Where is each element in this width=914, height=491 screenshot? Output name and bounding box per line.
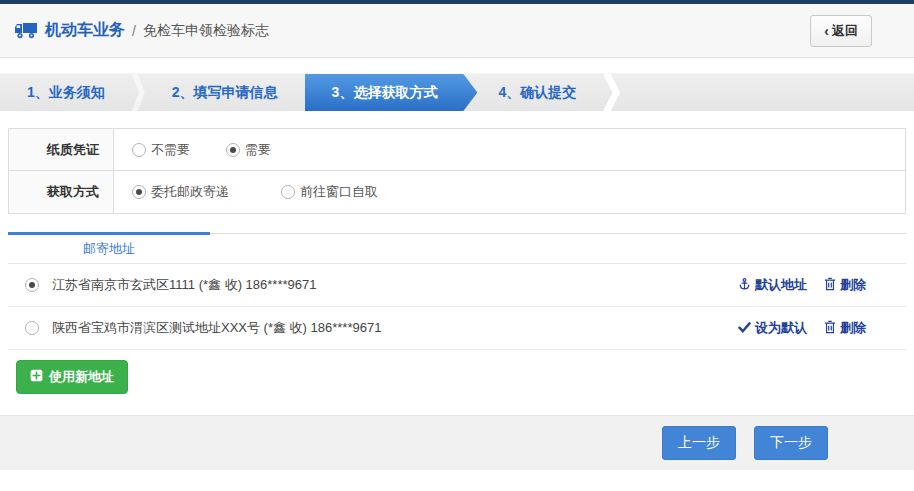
form-options: 委托邮政寄递 前往窗口自取 xyxy=(114,171,905,213)
breadcrumb: 机动车业务 / 免检车申领检验标志 xyxy=(14,20,269,41)
radio-needed[interactable]: 需要 xyxy=(226,141,271,159)
use-new-address-button[interactable]: 使用新地址 xyxy=(16,360,128,394)
page-title: 机动车业务 xyxy=(45,20,125,41)
back-button[interactable]: ‹ 返回 xyxy=(810,15,872,47)
radio-postal-delivery[interactable]: 委托邮政寄递 xyxy=(132,183,229,201)
form-row-delivery-method: 获取方式 委托邮政寄递 前往窗口自取 xyxy=(9,171,905,213)
address-actions: 默认地址 删除 xyxy=(738,276,866,294)
trash-icon xyxy=(824,277,836,294)
delete-address-link[interactable]: 删除 xyxy=(824,319,866,337)
step-4-confirm-submit[interactable]: 4、确认提交 xyxy=(471,74,603,111)
active-tab-indicator xyxy=(8,232,210,235)
radio-window-pickup[interactable]: 前往窗口自取 xyxy=(281,183,378,201)
address-panel: 邮寄地址 江苏省南京市玄武区1111 (*鑫 收) 186****9671 默认… xyxy=(8,233,906,412)
action-label: 设为默认 xyxy=(755,319,807,337)
radio-icon xyxy=(132,185,146,199)
address-row-1: 江苏省南京市玄武区1111 (*鑫 收) 186****9671 默认地址 xyxy=(8,264,906,307)
step-1-notice[interactable]: 1、业务须知 xyxy=(0,74,132,111)
step-separator-icon xyxy=(132,74,145,111)
radio-icon xyxy=(226,143,240,157)
radio-icon xyxy=(281,185,295,199)
address-radio-selected[interactable] xyxy=(25,278,39,292)
options-form: 纸质凭证 不需要 需要 获取方式 委托邮政寄递 xyxy=(8,128,906,214)
step-label: 1、业务须知 xyxy=(27,84,105,102)
address-row-2: 陕西省宝鸡市渭滨区测试地址XXX号 (*鑫 收) 186****9671 设为默… xyxy=(8,307,906,350)
form-label: 获取方式 xyxy=(9,171,114,213)
address-text: 江苏省南京市玄武区1111 (*鑫 收) 186****9671 xyxy=(52,276,316,294)
breadcrumb-current: 免检车申领检验标志 xyxy=(143,22,269,40)
form-options: 不需要 需要 xyxy=(114,129,905,170)
step-label: 2、填写申请信息 xyxy=(172,84,278,102)
prev-step-button[interactable]: 上一步 xyxy=(662,426,736,460)
radio-icon xyxy=(132,143,146,157)
next-step-button[interactable]: 下一步 xyxy=(754,426,828,460)
button-label: 使用新地址 xyxy=(49,368,114,386)
radio-label: 不需要 xyxy=(151,141,190,159)
tab-bar: 邮寄地址 xyxy=(8,234,906,264)
action-label: 默认地址 xyxy=(755,276,807,294)
trash-icon xyxy=(824,320,836,337)
action-label: 删除 xyxy=(840,319,866,337)
address-text: 陕西省宝鸡市渭滨区测试地址XXX号 (*鑫 收) 186****9671 xyxy=(52,319,381,337)
plus-square-icon xyxy=(30,369,43,385)
page: 机动车业务 / 免检车申领检验标志 ‹ 返回 1、业务须知 2、填写申请信息 3… xyxy=(0,0,914,491)
address-actions: 设为默认 删除 xyxy=(738,319,866,337)
form-label: 纸质凭证 xyxy=(9,129,114,170)
radio-label: 需要 xyxy=(245,141,271,159)
check-icon xyxy=(738,321,751,336)
page-header: 机动车业务 / 免检车申领检验标志 ‹ 返回 xyxy=(0,4,914,58)
default-address-link[interactable]: 默认地址 xyxy=(738,276,807,294)
delete-address-link[interactable]: 删除 xyxy=(824,276,866,294)
breadcrumb-separator: / xyxy=(132,23,136,39)
step-nav: 1、业务须知 2、填写申请信息 3、选择获取方式 4、确认提交 xyxy=(0,73,914,111)
set-default-link[interactable]: 设为默认 xyxy=(738,319,807,337)
radio-label: 前往窗口自取 xyxy=(300,183,378,201)
chevron-left-icon: ‹ xyxy=(824,24,829,38)
radio-not-needed[interactable]: 不需要 xyxy=(132,141,190,159)
truck-icon xyxy=(14,22,38,39)
step-arrow-icon xyxy=(603,74,620,111)
new-address-area: 使用新地址 xyxy=(8,350,906,412)
footer-bar: 上一步 下一步 xyxy=(0,415,914,470)
step-label: 4、确认提交 xyxy=(498,84,576,102)
form-row-paper-voucher: 纸质凭证 不需要 需要 xyxy=(9,129,905,171)
action-label: 删除 xyxy=(840,276,866,294)
back-button-label: 返回 xyxy=(832,22,858,40)
address-radio[interactable] xyxy=(25,321,39,335)
step-2-fill-info[interactable]: 2、填写申请信息 xyxy=(145,74,305,111)
step-label: 3、选择获取方式 xyxy=(332,84,438,102)
radio-label: 委托邮政寄递 xyxy=(151,183,229,201)
anchor-icon xyxy=(738,277,751,294)
step-3-choose-method[interactable]: 3、选择获取方式 xyxy=(305,74,478,111)
tab-mailing-address[interactable]: 邮寄地址 xyxy=(8,234,210,263)
